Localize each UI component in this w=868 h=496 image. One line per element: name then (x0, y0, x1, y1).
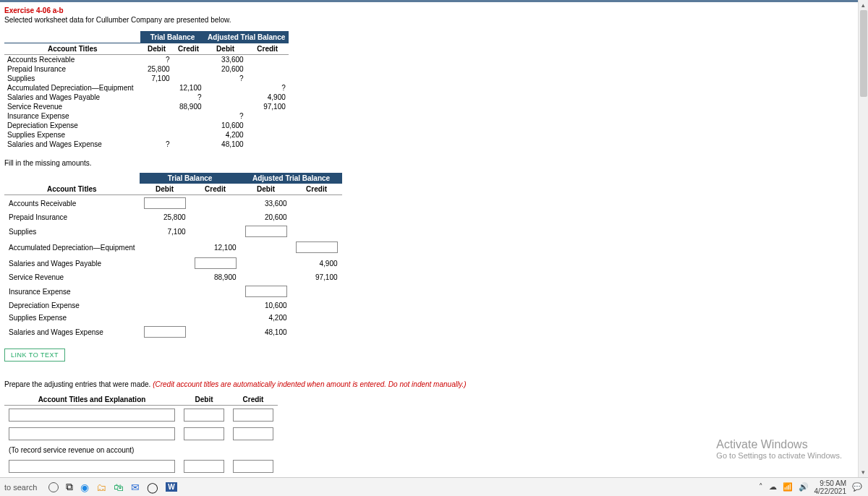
t2-col-tb-d: Debit (140, 184, 190, 195)
atb-debit-input[interactable] (245, 286, 287, 297)
atb-credit-cell: 4,900 (247, 93, 289, 102)
tb-credit-cell (190, 283, 241, 299)
tray-chevron-icon[interactable]: ˄ (759, 482, 763, 492)
word-icon[interactable]: W (166, 482, 176, 492)
tb-credit-cell: ? (173, 93, 205, 102)
table-row: Accounts Receivable33,600 (4, 195, 342, 212)
tb-credit-cell (190, 211, 241, 223)
tb-credit-cell (173, 130, 205, 140)
tb-debit-cell (140, 239, 190, 255)
atb-header: Adjusted Trial Balance (205, 32, 289, 43)
explorer-icon[interactable]: 🗂 (96, 482, 106, 493)
entry1-debit1-input[interactable] (184, 409, 224, 422)
scroll-down-icon[interactable]: ▾ (859, 467, 868, 477)
atb-debit-cell: 48,100 (205, 140, 247, 149)
tb-credit-cell (173, 140, 205, 149)
tb-debit-input[interactable] (144, 197, 186, 209)
atb-credit-cell: 97,100 (292, 271, 342, 283)
exercise-subtitle: Selected worksheet data for Cullumber Co… (4, 16, 868, 24)
taskbar-time: 9:50 AM (814, 479, 847, 487)
tb-debit-cell: 25,800 (140, 211, 190, 223)
tray-volume-icon[interactable]: 🔊 (799, 482, 809, 492)
tb-credit-cell: 12,100 (190, 239, 241, 255)
tray-wifi-icon[interactable]: 📶 (783, 482, 793, 492)
scroll-thumb[interactable] (860, 10, 867, 97)
task-view-icon[interactable]: ⧉ (66, 481, 73, 493)
entry1-account1-input[interactable] (9, 409, 175, 422)
entry2-debit1-input[interactable] (184, 460, 224, 473)
tb-debit-input[interactable] (144, 326, 186, 338)
tb-debit-cell: ? (141, 140, 173, 149)
row-title: Depreciation Expense (4, 299, 140, 312)
atb-credit-cell (247, 130, 289, 140)
notifications-icon[interactable]: 💬 (852, 482, 862, 492)
atb-credit-input[interactable] (296, 241, 338, 253)
t3-col-account: Account Titles and Explanation (4, 394, 179, 406)
row-title: Insurance Expense (4, 111, 141, 121)
entry1-credit2-input[interactable] (233, 427, 273, 440)
table-row: Prepaid Insurance25,80020,600 (4, 64, 289, 74)
table-row: Depreciation Expense10,600 (4, 121, 289, 130)
tb-credit-cell (190, 195, 241, 212)
atb-debit-cell: 10,600 (241, 299, 292, 312)
atb-credit-cell: 4,900 (292, 255, 342, 271)
atb-credit-cell (292, 283, 342, 299)
table-row: Insurance Expense? (4, 111, 289, 121)
entry1-credit1-input[interactable] (233, 409, 273, 422)
table-row: Salaries and Wages Expense?48,100 (4, 140, 289, 149)
tb-credit-cell (190, 312, 241, 324)
tb-debit-cell (141, 111, 173, 121)
tray-onedrive-icon[interactable]: ☁ (769, 482, 777, 492)
atb-debit-cell (205, 102, 247, 111)
tb-credit-cell (173, 55, 205, 65)
col-tb-credit: Credit (173, 43, 205, 55)
atb-debit-cell: 33,600 (241, 195, 292, 212)
entry1-debit2-input[interactable] (184, 427, 224, 440)
row-title: Prepaid Insurance (4, 64, 141, 74)
taskbar-clock[interactable]: 9:50 AM 4/22/2021 (814, 479, 847, 495)
store-icon[interactable]: 🛍 (114, 482, 124, 493)
entry2-account1-input[interactable] (9, 460, 175, 473)
mail-icon[interactable]: ✉ (131, 482, 140, 493)
atb-credit-cell (292, 211, 342, 223)
table-row: Salaries and Wages Payable?4,900 (4, 93, 289, 102)
table-row: Salaries and Wages Expense48,100 (4, 324, 342, 340)
table-row: Supplies Expense4,200 (4, 312, 342, 324)
t2-col-atb-c: Credit (292, 184, 342, 195)
tb-credit-cell (173, 74, 205, 83)
tb-credit-cell (173, 121, 205, 130)
tb-credit-cell (190, 223, 241, 239)
taskbar-search-text[interactable]: to search (0, 483, 44, 492)
t2-col-account: Account Titles (4, 184, 140, 195)
row-title: Accounts Receivable (4, 55, 141, 65)
link-to-text-button[interactable]: LINK TO TEXT (4, 349, 65, 362)
entry1-account2-input[interactable] (9, 427, 175, 440)
table-row: Service Revenue88,90097,100 (4, 271, 342, 283)
row-title: Depreciation Expense (4, 121, 141, 130)
vertical-scrollbar[interactable]: ▴ ▾ (858, 0, 868, 477)
given-data-table: Trial Balance Adjusted Trial Balance Acc… (4, 31, 289, 149)
table-row: Service Revenue88,90097,100 (4, 102, 289, 111)
entry2-credit1-input[interactable] (233, 460, 273, 473)
atb-debit-cell (241, 255, 292, 271)
row-title: Salaries and Wages Payable (4, 93, 141, 102)
tb-debit-cell (140, 283, 190, 299)
row-title: Supplies (4, 223, 140, 239)
row-title: Supplies (4, 74, 141, 83)
chrome-icon[interactable]: ◯ (147, 482, 158, 493)
scroll-up-icon[interactable]: ▴ (859, 0, 868, 10)
atb-credit-cell: ? (247, 83, 289, 93)
edge-icon[interactable]: ◉ (80, 482, 89, 493)
atb-credit-cell (247, 121, 289, 130)
col-tb-debit: Debit (141, 43, 173, 55)
tb-debit-cell: 25,800 (141, 64, 173, 74)
atb-debit-input[interactable] (245, 226, 287, 237)
row-title: Supplies Expense (4, 312, 140, 324)
atb-credit-cell (292, 195, 342, 212)
tb-debit-cell: 7,100 (140, 223, 190, 239)
tb-credit-input[interactable] (195, 257, 237, 269)
t2-atb-header: Adjusted Trial Balance (241, 173, 342, 184)
cortana-icon[interactable] (48, 482, 59, 492)
tb-debit-cell: ? (141, 55, 173, 65)
table-row: Supplies Expense4,200 (4, 130, 289, 140)
